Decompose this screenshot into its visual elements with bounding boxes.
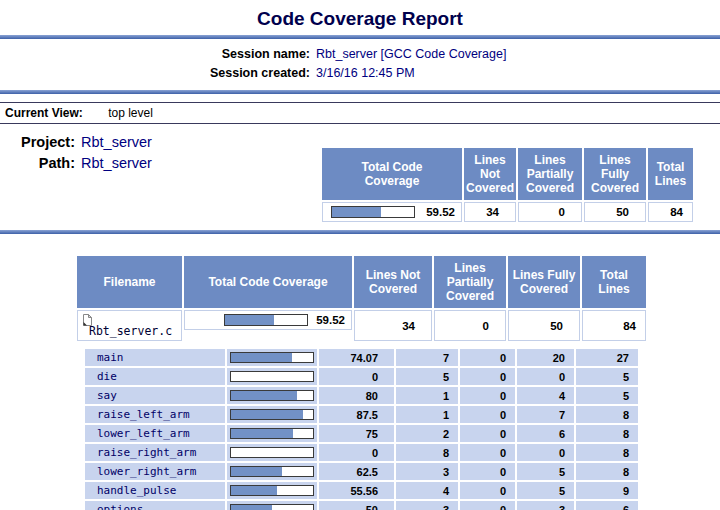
coverage-bar-fill (231, 429, 293, 438)
function-partially-covered: 0 (460, 406, 515, 423)
project-row: Project: Rbt_server (0, 132, 320, 153)
file-not-covered: 34 (354, 310, 432, 341)
project-value[interactable]: Rbt_server (81, 132, 320, 153)
project-info: Project: Rbt_server Path: Rbt_server (0, 130, 320, 174)
file-total-lines: 84 (582, 310, 646, 341)
function-name[interactable]: lower_right_arm (85, 463, 225, 480)
function-total-lines: 5 (576, 387, 638, 404)
function-name[interactable]: raise_left_arm (85, 406, 225, 423)
file-table: Filename Total Code Coverage Lines Not C… (75, 254, 648, 343)
function-partially-covered: 0 (460, 349, 515, 366)
header-total-lines: Total Lines (582, 256, 646, 308)
function-name[interactable]: die (85, 368, 225, 385)
file-coverage-section: Filename Total Code Coverage Lines Not C… (75, 254, 720, 510)
current-view-bar: Current View: top level (0, 102, 720, 124)
session-name-label: Session name: (0, 45, 310, 64)
function-name[interactable]: lower_left_arm (85, 425, 225, 442)
function-pct: 80 (319, 387, 394, 404)
coverage-bar-cell (227, 482, 317, 499)
function-pct: 62.5 (319, 463, 394, 480)
session-created-row: Session created: 3/16/16 12:45 PM (0, 64, 720, 83)
function-name[interactable]: raise_right_arm (85, 444, 225, 461)
coverage-bar-cell (227, 444, 317, 461)
function-fully-covered: 3 (517, 501, 574, 510)
function-total-lines: 8 (576, 463, 638, 480)
summary-coverage-cell: 59.52 (322, 202, 462, 222)
function-fully-covered: 5 (517, 482, 574, 499)
session-info: Session name: Rbt_server [GCC Code Cover… (0, 39, 720, 90)
function-row: say 80 1 0 4 5 (85, 387, 638, 404)
session-name-row: Session name: Rbt_server [GCC Code Cover… (0, 45, 720, 64)
function-not-covered: 8 (396, 444, 458, 461)
function-pct: 87.5 (319, 406, 394, 423)
header-partially-covered: Lines Partially Covered (434, 256, 506, 308)
path-value: Rbt_server (81, 153, 320, 174)
function-total-lines: 8 (576, 425, 638, 442)
function-partially-covered: 0 (460, 501, 515, 510)
coverage-bar (230, 485, 314, 496)
header-coverage: Total Code Coverage (184, 256, 352, 308)
session-created-value: 3/16/16 12:45 PM (316, 64, 720, 83)
function-not-covered: 2 (396, 425, 458, 442)
coverage-bar-fill (231, 391, 297, 400)
divider (0, 230, 720, 234)
function-partially-covered: 0 (460, 463, 515, 480)
file-coverage-cell: 59.52 (184, 310, 352, 330)
coverage-bar (230, 466, 314, 477)
coverage-bar (224, 314, 308, 326)
project-summary-section: Project: Rbt_server Path: Rbt_server Tot… (0, 130, 720, 224)
file-icon[interactable] (80, 312, 179, 324)
summary-header-coverage: Total Code Coverage (322, 148, 462, 200)
function-name[interactable]: main (85, 349, 225, 366)
function-total-lines: 8 (576, 444, 638, 461)
path-label: Path: (0, 153, 75, 174)
header-filename: Filename (77, 256, 182, 308)
function-pct: 0 (319, 368, 394, 385)
page-title: Code Coverage Report (0, 0, 720, 35)
coverage-bar-fill (231, 505, 272, 510)
file-partially-covered: 0 (434, 310, 506, 341)
coverage-bar-fill (332, 207, 381, 217)
function-partially-covered: 0 (460, 387, 515, 404)
function-name[interactable]: handle_pulse (85, 482, 225, 499)
function-row: options 50 3 0 3 6 (85, 501, 638, 510)
function-pct: 74.07 (319, 349, 394, 366)
coverage-bar (230, 504, 314, 510)
function-row: raise_right_arm 0 8 0 0 8 (85, 444, 638, 461)
summary-total-lines: 84 (648, 202, 693, 222)
function-total-lines: 5 (576, 368, 638, 385)
session-created-label: Session created: (0, 64, 310, 83)
filename[interactable]: Rbt_server.c (80, 324, 179, 338)
function-fully-covered: 20 (517, 349, 574, 366)
coverage-bar (331, 206, 415, 218)
summary-header-row: Total Code Coverage Lines Not Covered Li… (322, 148, 693, 200)
coverage-bar-cell (227, 425, 317, 442)
function-fully-covered: 0 (517, 368, 574, 385)
function-row: handle_pulse 55.56 4 0 5 9 (85, 482, 638, 499)
summary-header-total-lines: Total Lines (648, 148, 693, 200)
function-name[interactable]: say (85, 387, 225, 404)
divider (0, 90, 720, 94)
coverage-bar (230, 352, 314, 363)
function-pct: 0 (319, 444, 394, 461)
summary-not-covered: 34 (464, 202, 516, 222)
function-not-covered: 1 (396, 387, 458, 404)
function-not-covered: 5 (396, 368, 458, 385)
summary-header-partially-covered: Lines Partially Covered (518, 148, 582, 200)
coverage-bar-fill (231, 486, 277, 495)
coverage-bar-cell (227, 387, 317, 404)
function-fully-covered: 0 (517, 444, 574, 461)
project-label: Project: (0, 132, 75, 153)
function-row: raise_left_arm 87.5 1 0 7 8 (85, 406, 638, 423)
function-name[interactable]: options (85, 501, 225, 510)
function-fully-covered: 7 (517, 406, 574, 423)
function-fully-covered: 4 (517, 387, 574, 404)
summary-header-not-covered: Lines Not Covered (464, 148, 516, 200)
function-not-covered: 3 (396, 463, 458, 480)
function-partially-covered: 0 (460, 482, 515, 499)
coverage-bar-cell (227, 501, 317, 510)
coverage-bar-cell (227, 368, 317, 385)
summary-header-fully-covered: Lines Fully Covered (584, 148, 646, 200)
function-fully-covered: 6 (517, 425, 574, 442)
coverage-bar-cell (227, 349, 317, 366)
